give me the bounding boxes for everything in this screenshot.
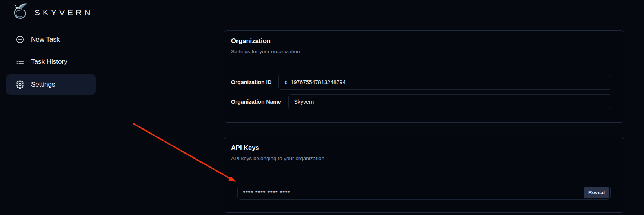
- sidebar: SKYVERN New Task Task History Settings: [0, 0, 105, 215]
- api-keys-card-header: API Keys API keys belonging to your orga…: [224, 137, 624, 170]
- skyvern-logo[interactable]: SKYVERN: [10, 2, 93, 22]
- card-title: API Keys: [231, 144, 616, 152]
- card-subtitle: Settings for your organization: [231, 49, 616, 54]
- card-title: Organization: [231, 37, 616, 45]
- organization-card: Organization Settings for your organizat…: [224, 30, 624, 123]
- sidebar-item-label: Settings: [31, 81, 55, 89]
- card-subtitle: API keys belonging to your organization: [231, 155, 616, 161]
- organization-id-label: Organization ID: [231, 79, 271, 85]
- organization-name-input[interactable]: [288, 94, 611, 109]
- annotation-arrow-shaft: [133, 123, 230, 179]
- organization-name-label: Organization Name: [231, 99, 281, 105]
- gear-icon: [16, 80, 24, 89]
- organization-card-header: Organization Settings for your organizat…: [224, 31, 624, 64]
- sidebar-item-settings[interactable]: Settings: [6, 74, 96, 95]
- list-icon: [16, 58, 24, 66]
- api-key-row: Reveal: [237, 185, 611, 200]
- organization-card-content: Organization ID Organization Name: [224, 64, 624, 109]
- sidebar-item-label: Task History: [31, 58, 67, 66]
- organization-id-row: Organization ID: [231, 75, 611, 90]
- sidebar-item-task-history[interactable]: Task History: [6, 52, 96, 72]
- logo-wordmark: SKYVERN: [35, 8, 93, 17]
- organization-name-row: Organization Name: [231, 94, 611, 109]
- api-keys-card: API Keys API keys belonging to your orga…: [224, 137, 624, 213]
- sidebar-item-label: New Task: [31, 36, 60, 43]
- organization-id-input[interactable]: [278, 75, 611, 90]
- sidebar-item-new-task[interactable]: New Task: [6, 29, 96, 50]
- api-key-masked-input[interactable]: [238, 186, 584, 199]
- plus-circle-icon: [16, 35, 24, 44]
- reveal-button[interactable]: Reveal: [584, 187, 609, 198]
- dragon-logo-icon: [10, 2, 31, 22]
